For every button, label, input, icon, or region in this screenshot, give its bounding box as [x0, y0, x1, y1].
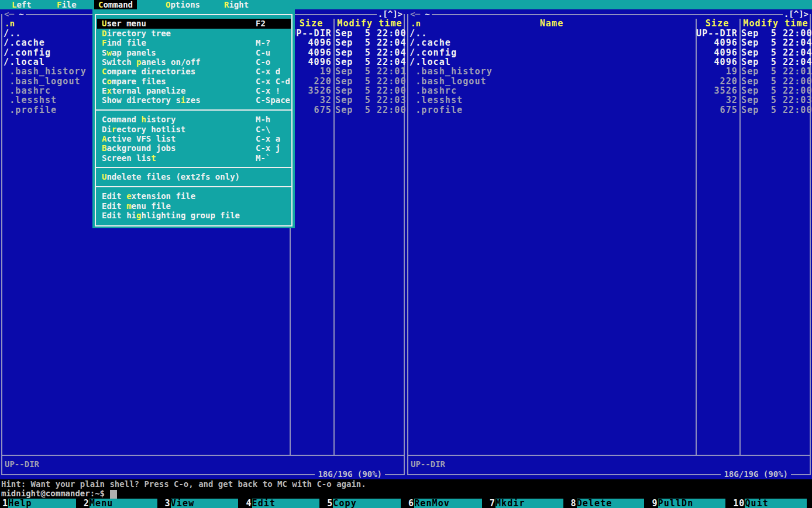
fkey-5-copy[interactable]: 5Copy	[325, 499, 406, 508]
menu-item-hotkey-letter: w	[106, 48, 111, 57]
menu-item-edit-highlighting-group-file[interactable]: Edit highlighting group file	[97, 211, 291, 220]
fkey-6-renmov[interactable]: 6RenMov	[406, 499, 487, 508]
menu-item-text: istory	[146, 115, 176, 124]
menu-item-edit-menu-file[interactable]: Edit menu file	[97, 201, 291, 211]
file-size: 3526	[290, 86, 332, 95]
file-row-bash-logout[interactable]: .bash_logout220Sep 5 22:00	[406, 77, 812, 86]
menu-item-command-history[interactable]: Command historyM-h	[97, 115, 291, 124]
menu-item-text: anels on/off	[141, 57, 200, 67]
menu-item-undelete-files-ext2fs-only[interactable]: Undelete files (ext2fs only)	[97, 172, 291, 181]
hint-line: Hint: Want your plain shell? Press C-o, …	[1, 479, 366, 489]
fkey-2-menu[interactable]: 2Menu	[81, 499, 163, 508]
file-row-bashrc[interactable]: .bashrc3526Sep 5 22:00	[406, 86, 812, 95]
menu-item-compare-directories[interactable]: Compare directoriesC-x d	[97, 67, 291, 76]
menu-item-label: Edit extension file	[102, 191, 195, 201]
menu-item-directory-hotlist[interactable]: Directory hotlistC-\	[97, 125, 291, 134]
menu-item-directory-tree[interactable]: Directory tree	[97, 29, 291, 38]
fkey-number: 3	[163, 499, 171, 508]
file-row-[interactable]: /..UP--DIRSep 5 22:00	[406, 29, 812, 38]
fkey-number: 2	[81, 499, 90, 508]
file-size: 4096	[290, 48, 332, 57]
column-header-mtime[interactable]: Modify time	[741, 19, 810, 29]
panel-up-button[interactable]: .[^]>	[377, 9, 404, 19]
menu-item-external-panelize[interactable]: External panelizeC-x !	[97, 86, 291, 95]
menubar-item-file[interactable]: File	[53, 0, 81, 10]
menu-item-swap-panels[interactable]: Swap panelsC-u	[97, 48, 291, 57]
menubar-item-label: ommand	[103, 0, 133, 9]
ministatus: UP--DIR	[5, 459, 39, 469]
menu-item-text: ap panels	[112, 48, 156, 57]
menubar-item-options[interactable]: Options	[161, 0, 204, 10]
menu-item-label: Compare files	[102, 77, 166, 86]
menu-item-text: xtension file	[132, 191, 196, 201]
column-header-mtime[interactable]: Modify time	[335, 19, 404, 29]
column-header-name[interactable]: Name	[410, 19, 694, 29]
menu-item-show-directory-sizes[interactable]: Show directory sizesC-Space	[97, 95, 291, 105]
file-mtime: Sep 5 22:03	[335, 95, 404, 105]
menu-item-screen-list[interactable]: Screen listM-`	[97, 153, 291, 163]
panel-path[interactable]: <─ ~	[408, 9, 432, 19]
menu-item-text: Show directory s	[102, 95, 181, 105]
panel-path-text: ~	[19, 9, 23, 19]
file-mtime: Sep 5 22:04	[741, 57, 810, 67]
file-row-lesshst[interactable]: .lesshst32Sep 5 22:03	[406, 95, 812, 105]
file-mtime: Sep 5 22:00	[741, 86, 810, 95]
menu-item-label: External panelize	[102, 86, 185, 95]
menu-item-text: Screen lis	[102, 153, 151, 163]
menubar-item-command[interactable]: Command	[94, 0, 137, 10]
menu-item-text: enu file	[132, 201, 171, 211]
file-row-bash-history[interactable]: .bash_history19Sep 5 22:01	[406, 67, 812, 76]
file-mtime: Sep 5 22:00	[741, 105, 810, 115]
fkey-1-help[interactable]: 1Help	[0, 499, 81, 508]
file-mtime: Sep 5 22:04	[335, 57, 404, 67]
menu-item-edit-extension-file[interactable]: Edit extension file	[97, 191, 291, 201]
menu-item-text: Command	[102, 115, 141, 124]
ministatus-separator	[1, 455, 404, 456]
disk-usage: 18G/19G (90%)	[721, 469, 791, 479]
file-mtime: Sep 5 22:01	[335, 67, 404, 76]
file-row-local[interactable]: /.local4096Sep 5 22:04	[406, 57, 812, 67]
shell-prompt: midnight@commander:~$	[1, 489, 105, 498]
file-row-cache[interactable]: /.cache4096Sep 5 22:04	[406, 38, 812, 47]
menubar-item-right[interactable]: Right	[220, 0, 253, 10]
menubar-item-label: ptions	[170, 0, 200, 9]
file-mtime: Sep 5 22:00	[335, 86, 404, 95]
fkey-7-mkdir[interactable]: 7Mkdir	[487, 499, 569, 508]
menu-item-hotkey-letter: e	[126, 191, 131, 201]
menu-item-switch-panels-on-off[interactable]: Switch panels on/offC-o	[97, 57, 291, 67]
fkey-label: Copy	[333, 499, 401, 508]
panel-up-button[interactable]: .[^]>	[783, 9, 810, 19]
menu-item-text: ompare directories	[106, 67, 195, 76]
panel-path[interactable]: <─ ~	[2, 9, 26, 19]
menu-item-shortcut: M-h	[256, 115, 270, 124]
menu-item-shortcut: C-Space	[256, 95, 290, 105]
menu-item-compare-files[interactable]: Compare filesC-x C-d	[97, 77, 291, 86]
fkey-label: PullDn	[658, 499, 726, 508]
menu-item-label: Show directory sizes	[102, 95, 201, 105]
file-name: /.local	[410, 57, 694, 67]
file-row-profile[interactable]: .profile675Sep 5 22:00	[406, 105, 812, 115]
menu-item-user-menu[interactable]: User menuF2	[97, 19, 291, 28]
menubar-item-left[interactable]: Left	[8, 0, 36, 10]
fkey-10-quit[interactable]: 10Quit	[731, 499, 812, 508]
fkey-4-edit[interactable]: 4Edit	[243, 499, 325, 508]
file-size: 32	[696, 95, 738, 105]
keybar: 1Help2Menu3View4Edit5Copy6RenMov7Mkdir8D…	[0, 499, 812, 508]
fkey-9-pulldn[interactable]: 9PullDn	[649, 499, 731, 508]
menu-item-hotkey-letter: o	[106, 77, 111, 86]
shell-prompt-line[interactable]: midnight@commander:~$	[1, 489, 117, 499]
file-row-config[interactable]: /.config4096Sep 5 22:04	[406, 48, 812, 57]
column-header-size[interactable]: Size	[291, 19, 332, 29]
menu-item-text: ndelete files (ext2fs only)	[106, 172, 240, 181]
menu-item-active-vfs-list[interactable]: Active VFS listC-x a	[97, 134, 291, 143]
file-name: /.cache	[410, 38, 694, 47]
column-header-size[interactable]: Size	[697, 19, 738, 29]
fkey-3-view[interactable]: 3View	[163, 499, 244, 508]
fkey-8-delete[interactable]: 8Delete	[569, 499, 650, 508]
file-size: 4096	[290, 57, 332, 67]
menu-item-background-jobs[interactable]: Background jobsC-x j	[97, 143, 291, 153]
menu-item-hotkey-letter: m	[126, 201, 131, 211]
menu-item-text: Switch	[102, 57, 136, 67]
menu-item-find-file[interactable]: Find fileM-?	[97, 38, 291, 47]
file-size: 19	[290, 67, 332, 76]
